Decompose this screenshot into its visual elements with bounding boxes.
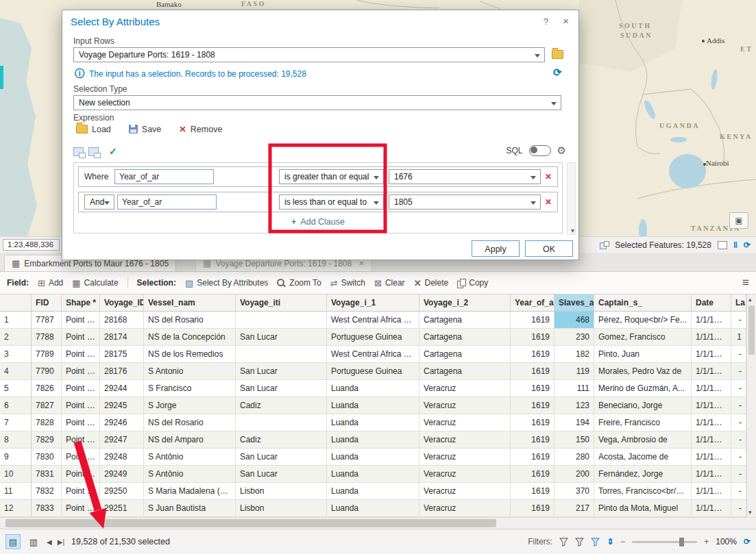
gear-icon[interactable]: ⚙: [557, 144, 566, 157]
cell-date[interactable]: 1/1/1619: [692, 483, 731, 500]
row-number[interactable]: 11: [0, 483, 32, 500]
value-combobox[interactable]: 1805: [389, 194, 541, 210]
cell-captain_s_[interactable]: Acosta, Jacome de: [594, 449, 692, 466]
cell-fid[interactable]: 7832: [32, 483, 62, 500]
cell-voyage_iti[interactable]: Lisbon: [236, 483, 327, 500]
cell-la[interactable]: -: [731, 312, 746, 329]
cell-slaves_arr[interactable]: 150: [554, 431, 594, 449]
cell-vessel_nam[interactable]: S Jorge: [144, 397, 236, 414]
cell-voyage_i_1[interactable]: Luanda: [327, 414, 419, 431]
browse-folder-icon[interactable]: [552, 50, 563, 59]
cell-fid[interactable]: 7789: [32, 346, 62, 363]
cell-date[interactable]: 1/1/1619: [692, 500, 731, 517]
cell-year_of_ar[interactable]: 1619: [511, 329, 554, 346]
cell-la[interactable]: -: [731, 500, 746, 517]
show-table-view-button[interactable]: ▤: [5, 534, 21, 549]
cell-captain_s_[interactable]: Vega, Ambrosio de: [594, 431, 692, 449]
cell-slaves_arr[interactable]: 111: [554, 380, 594, 397]
table-row[interactable]: 57826Point ZM29244S FranciscoSan LucarLu…: [0, 380, 746, 397]
cell-captain_s_[interactable]: Torres, Francisco<br/>...: [594, 483, 692, 500]
cell-voyage_iti[interactable]: [236, 312, 327, 329]
table-row[interactable]: 47790Point ZM28176S AntonioSan LucarPort…: [0, 363, 746, 380]
cell-la[interactable]: -: [731, 397, 746, 414]
cell-slaves_arr[interactable]: 217: [554, 500, 594, 517]
cell-date[interactable]: 1/1/1619: [692, 414, 731, 431]
cell-la[interactable]: -: [731, 431, 746, 449]
cell-shape[interactable]: Point ZM: [62, 380, 100, 397]
row-number[interactable]: 3: [0, 346, 32, 363]
row-number[interactable]: 1: [0, 312, 32, 329]
table-row[interactable]: 107831Point ZM29249S AntônioSan LucarLua…: [0, 466, 746, 483]
cell-voyage_id[interactable]: 29250: [100, 483, 144, 500]
cell-vessel_nam[interactable]: S Antônio: [144, 466, 236, 483]
show-selected-records-button[interactable]: ▥: [26, 534, 41, 549]
cell-slaves_arr[interactable]: 200: [554, 466, 594, 483]
cell-date[interactable]: 1/1/1619: [692, 380, 731, 397]
row-number[interactable]: 9: [0, 449, 32, 466]
apply-button[interactable]: Apply: [472, 240, 520, 257]
cell-year_of_ar[interactable]: 1619: [511, 414, 554, 431]
cell-voyage_i_1[interactable]: Luanda: [327, 431, 419, 449]
delete-clause-icon[interactable]: ✕: [545, 197, 552, 207]
cell-date[interactable]: 1/1/1619: [692, 466, 731, 483]
row-number[interactable]: 7: [0, 414, 32, 431]
cell-voyage_i_2[interactable]: Cartagena: [419, 329, 511, 346]
cell-shape[interactable]: Point ZM: [62, 346, 100, 363]
cell-year_of_ar[interactable]: 1619: [511, 397, 554, 414]
cell-vessel_nam[interactable]: S Maria Madalena (a)...: [144, 483, 236, 500]
cell-slaves_arr[interactable]: 119: [554, 363, 594, 380]
cell-year_of_ar[interactable]: 1619: [511, 449, 554, 466]
value-combobox[interactable]: 1676: [389, 169, 541, 184]
cell-fid[interactable]: 7828: [32, 414, 62, 431]
cell-captain_s_[interactable]: Gomez, Francisco: [594, 329, 692, 346]
cell-voyage_i_2[interactable]: Veracruz: [419, 483, 511, 500]
row-number[interactable]: 4: [0, 363, 32, 380]
cell-voyage_i_1[interactable]: West Central Africa an...: [327, 312, 419, 329]
cell-la[interactable]: -: [731, 466, 746, 483]
cell-voyage_id[interactable]: 28175: [100, 346, 144, 363]
cell-la[interactable]: 1: [731, 329, 746, 346]
cell-vessel_nam[interactable]: NS de los Remedios: [144, 346, 236, 363]
cell-year_of_ar[interactable]: 1619: [511, 483, 554, 500]
column-header-captain_s_[interactable]: Captain_s_: [594, 294, 692, 311]
cell-voyage_i_1[interactable]: Portuguese Guinea: [327, 363, 419, 380]
cell-voyage_iti[interactable]: Lisbon: [236, 500, 327, 517]
vertical-scroll-thumb[interactable]: [748, 305, 755, 355]
cell-voyage_i_2[interactable]: Veracruz: [419, 500, 511, 517]
ok-button[interactable]: OK: [525, 240, 573, 257]
cell-year_of_ar[interactable]: 1619: [511, 466, 554, 483]
cell-vessel_nam[interactable]: S Francisco: [144, 380, 236, 397]
selection-type-combobox[interactable]: New selection: [73, 95, 561, 110]
remove-expression-button[interactable]: ✕ Remove: [179, 124, 222, 134]
cell-la[interactable]: -: [731, 483, 746, 500]
sql-toggle[interactable]: [529, 145, 551, 156]
cell-date[interactable]: 1/1/1619: [692, 431, 731, 449]
copy-button[interactable]: Copy: [457, 278, 488, 288]
map-scale-combobox[interactable]: 1:23,488,336: [3, 239, 60, 251]
cell-slaves_arr[interactable]: 230: [554, 329, 594, 346]
zoom-level-label[interactable]: 100%: [716, 537, 737, 546]
cell-date[interactable]: 1/1/1619: [692, 397, 731, 414]
cell-fid[interactable]: 7790: [32, 363, 62, 380]
scroll-up-icon[interactable]: ▴: [748, 296, 752, 303]
cell-date[interactable]: 1/1/1619: [692, 363, 731, 380]
cell-vessel_nam[interactable]: NS del Amparo: [144, 431, 236, 449]
cell-voyage_iti[interactable]: Cadiz: [236, 397, 327, 414]
cell-voyage_id[interactable]: 29245: [100, 397, 144, 414]
column-header-voyage_i_1[interactable]: Voyage_i_1: [327, 294, 419, 311]
cell-date[interactable]: 1/1/1619: [692, 312, 731, 329]
row-number[interactable]: 6: [0, 397, 32, 414]
cell-fid[interactable]: 7831: [32, 466, 62, 483]
cell-shape[interactable]: Point ZM: [62, 500, 100, 517]
add-group-icon[interactable]: [73, 147, 84, 156]
cell-vessel_nam[interactable]: NS del Rosario: [144, 312, 236, 329]
row-number[interactable]: 8: [0, 431, 32, 449]
cell-slaves_arr[interactable]: 182: [554, 346, 594, 363]
row-number[interactable]: 10: [0, 466, 32, 483]
cell-voyage_id[interactable]: 29246: [100, 414, 144, 431]
selection-filter-icon[interactable]: [559, 538, 568, 546]
load-expression-button[interactable]: Load: [76, 125, 111, 134]
table-row[interactable]: 67827Point ZM29245S JorgeCadizLuandaVera…: [0, 397, 746, 414]
cell-fid[interactable]: 7787: [32, 312, 62, 329]
column-header-voyage_iti[interactable]: Voyage_iti: [236, 294, 327, 311]
